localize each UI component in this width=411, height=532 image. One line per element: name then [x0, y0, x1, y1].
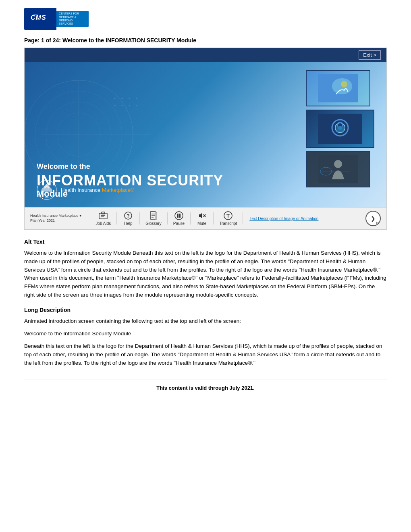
svg-point-18 — [341, 81, 347, 87]
job-aids-label: Job Aids — [96, 221, 111, 226]
transcript-label: Transcript — [219, 221, 237, 226]
svg-rect-42 — [179, 214, 181, 218]
nav-help[interactable]: ? Help — [118, 211, 138, 226]
hero-image-bottom — [306, 151, 370, 187]
svg-point-9 — [121, 98, 123, 99]
svg-point-10 — [129, 98, 130, 99]
long-description-para3: Beneath this text on the left is the log… — [24, 342, 387, 368]
page-footer: This content is valid through July 2021. — [24, 380, 387, 391]
glossary-label: Glossary — [145, 221, 161, 226]
svg-point-12 — [114, 105, 116, 106]
nav-divider-7 — [243, 212, 243, 224]
module-navbar: Health Insurance Marketplace ● Plan Year… — [25, 207, 386, 229]
hero-image-top — [306, 70, 370, 106]
hhs-logo-area: HHS Health Insurance Marketplace® — [37, 180, 134, 200]
transcript-icon: T — [222, 211, 234, 220]
svg-text:CMS: CMS — [31, 14, 46, 21]
mute-label: Mute — [197, 221, 206, 226]
glossary-icon — [148, 211, 159, 220]
nav-glossary[interactable]: Glossary — [141, 211, 165, 226]
nav-mute[interactable]: Mute — [192, 211, 212, 226]
hero-image-mid — [306, 110, 374, 148]
exit-button[interactable]: Exit > — [359, 50, 381, 60]
cms-logo: CMS CENTERS FOR MEDICARE & MEDICAID SERV… — [24, 8, 89, 30]
nav-divider-1 — [90, 212, 90, 224]
svg-point-14 — [129, 105, 130, 106]
svg-marker-43 — [199, 213, 202, 218]
svg-point-13 — [121, 105, 123, 106]
nav-divider-6 — [213, 212, 214, 224]
nav-transcript[interactable]: T Transcript — [215, 211, 241, 226]
logo-area: CMS CENTERS FOR MEDICARE & MEDICAID SERV… — [24, 8, 387, 30]
svg-text:?: ? — [127, 213, 130, 219]
footer-text: This content is valid through July 2021. — [156, 385, 254, 391]
navbar-brand: Health Insurance Marketplace ● Plan Year… — [30, 214, 82, 223]
next-arrow-icon: ❯ — [371, 215, 376, 222]
mute-icon — [196, 211, 208, 220]
svg-rect-41 — [177, 214, 179, 218]
svg-point-8 — [114, 98, 116, 99]
body-text-area: Alt Text Welcome to the Information Secu… — [24, 238, 387, 368]
next-button[interactable]: ❯ N — [365, 211, 381, 226]
module-frame: Exit > — [24, 48, 387, 230]
health-insurance-marketplace-text: Health Insurance Marketplace® — [61, 187, 134, 193]
alt-text-body: Welcome to the Information Security Modu… — [24, 249, 387, 300]
alt-text-heading: Alt Text — [24, 238, 387, 247]
svg-point-11 — [136, 98, 137, 99]
cms-full-name: CENTERS FOR MEDICARE & MEDICAID SERVICES — [56, 11, 89, 27]
nav-pause[interactable]: Pause — [169, 211, 189, 226]
cms-abbr: CMS — [24, 8, 56, 30]
hero-images — [306, 70, 374, 187]
help-icon: ? — [122, 211, 134, 220]
module-hero: Welcome to the INFORMATION SECURITY Modu… — [25, 62, 386, 207]
long-description-para1: Animated introduction screen containing … — [24, 317, 387, 326]
svg-rect-23 — [336, 127, 344, 132]
svg-point-40 — [175, 212, 183, 220]
pause-icon — [173, 211, 185, 220]
nav-job-aids[interactable]: Job Aids — [92, 211, 115, 226]
hhs-eagle-icon: HHS — [37, 180, 57, 200]
long-description-para2: Welcome to the Information Security Modu… — [24, 330, 387, 338]
nav-divider-4 — [167, 212, 168, 224]
next-n-label: N — [376, 221, 379, 225]
svg-text:HHS: HHS — [45, 197, 49, 199]
help-label: Help — [124, 221, 133, 226]
long-description-heading: Long Description — [24, 306, 387, 315]
svg-point-25 — [334, 160, 342, 168]
module-topbar: Exit > — [25, 48, 386, 62]
page-title: Page: 1 of 24: Welcome to the INFORMATIO… — [24, 37, 387, 44]
svg-point-15 — [136, 105, 137, 106]
text-description-button[interactable]: Text Description of Image or Animation — [249, 216, 318, 221]
svg-text:T: T — [226, 213, 230, 219]
pause-label: Pause — [173, 221, 185, 226]
nav-divider-2 — [116, 212, 117, 224]
nav-divider-3 — [139, 212, 140, 224]
job-aids-icon — [98, 211, 109, 220]
nav-divider-5 — [190, 212, 191, 224]
